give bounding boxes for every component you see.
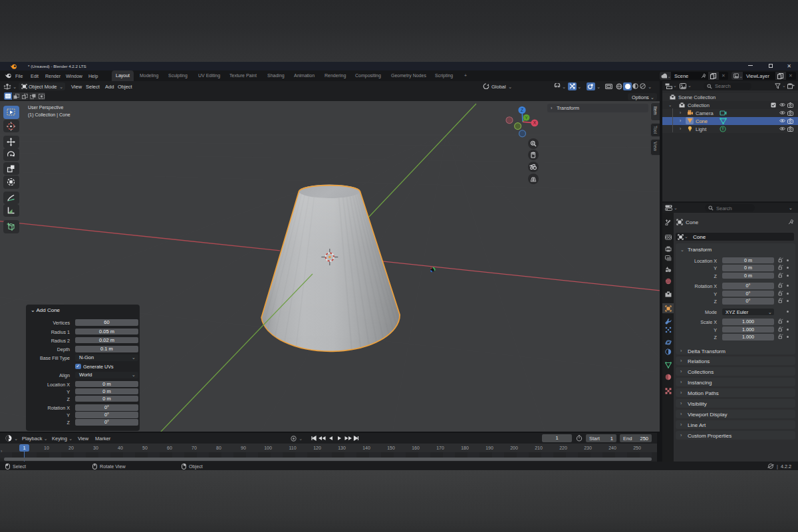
svg-text:X: X — [533, 120, 537, 125]
svg-text:Y: Y — [525, 116, 527, 120]
svg-text:Z: Z — [521, 108, 523, 112]
